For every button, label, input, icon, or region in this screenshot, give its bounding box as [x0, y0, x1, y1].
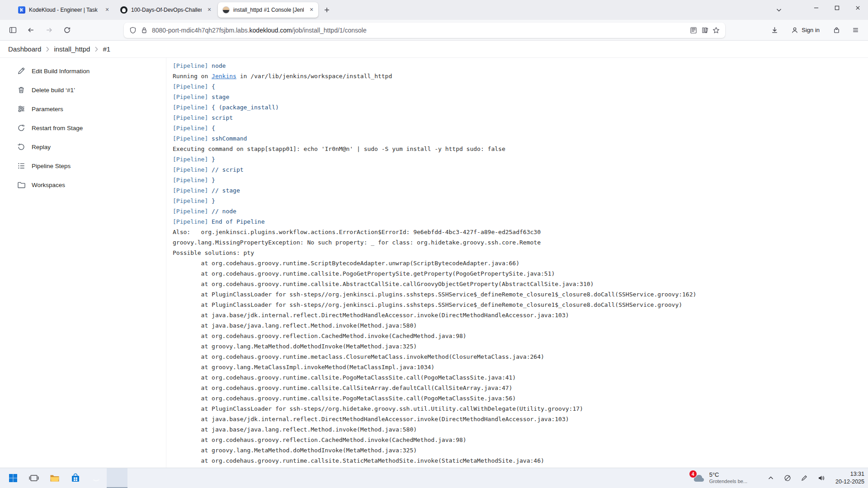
forward-icon — [45, 26, 53, 34]
tab-kodekloud[interactable]: KodeKloud - Engineer | Task × — [14, 2, 114, 18]
tab-close-icon[interactable]: × — [103, 6, 111, 14]
console-line: [Pipeline] sshCommand — [173, 133, 868, 144]
breadcrumb-item[interactable]: #1 — [103, 45, 110, 53]
explorer-icon — [49, 473, 60, 483]
close-icon — [855, 5, 860, 10]
console-line: Running on Jenkins in /var/lib/jenkins/w… — [173, 71, 868, 81]
jenkins-favicon-icon — [222, 6, 230, 14]
taskbar-firefox-button[interactable] — [107, 468, 127, 488]
network-icon — [784, 474, 791, 482]
url-text: 8080-port-mdic4h7qh27fsjbm.labs.kodeklou… — [152, 27, 367, 34]
console-line: at org.codehaus.groovy.reflection.Cached… — [173, 331, 868, 341]
sidebar-menu: Edit Build Information Delete build ‘#1’… — [0, 61, 166, 194]
taskbar-taskview-button[interactable] — [24, 468, 44, 488]
taskbar-edge-button[interactable] — [86, 468, 107, 488]
pen-settings-button[interactable] — [799, 472, 809, 484]
console-line: at org.codehaus.groovy.runtime.callsite.… — [173, 393, 868, 404]
nav-right-buttons: Sign in — [767, 23, 863, 38]
url-bar[interactable]: 8080-port-mdic4h7qh27fsjbm.labs.kodeklou… — [124, 23, 725, 38]
sidebar-item-restart-from-stage[interactable]: Restart from Stage — [0, 118, 166, 137]
console-line: at java.base/jdk.internal.reflect.Direct… — [173, 414, 868, 424]
notification-badge: 4 — [689, 470, 697, 478]
params-icon — [17, 105, 25, 113]
lock-icon — [141, 27, 148, 34]
menu-button[interactable] — [848, 23, 863, 38]
library-button[interactable] — [701, 27, 708, 34]
sidebar-item-workspaces[interactable]: Workspaces — [0, 175, 166, 194]
console-line: at PluginClassLoader for ssh-steps//org.… — [173, 289, 868, 300]
extensions-icon — [833, 26, 840, 34]
console-line: at java.base/java.lang.reflect.Method.in… — [173, 424, 868, 435]
tab-title: KodeKloud - Engineer | Task — [29, 7, 99, 13]
list-all-tabs-button[interactable] — [772, 3, 786, 17]
trash-icon — [17, 86, 25, 94]
console-line: [Pipeline] stage — [173, 92, 868, 102]
volume-icon — [817, 474, 825, 482]
back-button[interactable] — [24, 23, 38, 38]
taskbar-start-button[interactable] — [3, 468, 24, 488]
reader-view-icon — [690, 27, 697, 34]
tab-github[interactable]: 100-Days-Of-DevOps-Challeng... × — [116, 2, 216, 18]
tab-close-icon[interactable]: × — [307, 6, 316, 14]
show-hidden-icons-button[interactable] — [766, 472, 776, 484]
maximize-button[interactable] — [826, 0, 847, 15]
downloads-button[interactable] — [767, 23, 782, 38]
account-icon — [791, 27, 798, 34]
new-tab-button[interactable] — [320, 3, 334, 17]
start-icon — [8, 473, 19, 483]
tab-close-icon[interactable]: × — [205, 6, 213, 14]
steps-icon — [17, 162, 25, 170]
console-line: [Pipeline] { — [173, 81, 868, 92]
tracking-protection-button[interactable] — [129, 27, 137, 34]
volume-button[interactable] — [816, 472, 826, 484]
url-domain: kodekloud.com — [250, 27, 292, 34]
console-line: at java.base/java.lang.reflect.Method.in… — [173, 320, 868, 331]
taskbar-store-button[interactable] — [65, 468, 86, 488]
sign-in-button[interactable]: Sign in — [786, 24, 825, 36]
reload-button[interactable] — [60, 23, 74, 38]
console-line: [Pipeline] // stage — [173, 185, 868, 196]
breadcrumb-segment: Dashboard — [8, 45, 49, 53]
tab-strip: KodeKloud - Engineer | Task × 100-Days-O… — [14, 0, 320, 20]
sidebar-item-edit-build-information[interactable]: Edit Build Information — [0, 61, 166, 80]
console-line: [Pipeline] } — [173, 196, 868, 206]
minimize-button[interactable] — [806, 0, 826, 15]
weather-widget[interactable]: 4 5°C Grotendeels be... — [693, 471, 747, 485]
console-line: [Pipeline] { — [173, 123, 868, 133]
network-status-button[interactable] — [783, 472, 793, 484]
tab-jenkins[interactable]: install_httpd #1 Console [Jenkin... × — [218, 2, 318, 18]
breadcrumb-item[interactable]: install_httpd — [54, 45, 90, 53]
tab-title: install_httpd #1 Console [Jenkin... — [233, 7, 304, 13]
console-line: Possible solutions: pty — [173, 248, 868, 258]
console-node-link[interactable]: Jenkins — [212, 73, 236, 80]
sidebar-item-parameters[interactable]: Parameters — [0, 99, 166, 118]
sidebar-item-pipeline-steps[interactable]: Pipeline Steps — [0, 156, 166, 175]
clock[interactable]: 13:31 20-12-2025 — [833, 472, 864, 484]
forward-button[interactable] — [42, 23, 56, 38]
console-output: [Pipeline] nodeRunning on Jenkins in /va… — [166, 58, 868, 468]
reader-view-button[interactable] — [690, 27, 697, 34]
console-line: [Pipeline] } — [173, 175, 868, 185]
desktop: KodeKloud - Engineer | Task × 100-Days-O… — [0, 0, 868, 488]
sidebar-item-replay[interactable]: Replay — [0, 137, 166, 156]
sidebar-item-delete-build[interactable]: Delete build ‘#1’ — [0, 80, 166, 99]
maximize-icon — [835, 5, 840, 10]
console-line: at org.codehaus.groovy.runtime.callsite.… — [173, 455, 868, 466]
console-line: [Pipeline] { (package_install) — [173, 102, 868, 113]
minimize-icon — [814, 5, 819, 10]
site-security-button[interactable] — [141, 27, 148, 34]
firefox-icon — [112, 473, 123, 483]
sidebar-toggle-button[interactable] — [5, 23, 20, 38]
window-controls — [806, 0, 868, 20]
restart-icon — [17, 124, 25, 132]
bookmark-star-button[interactable] — [712, 27, 720, 34]
clock-time: 13:31 — [835, 470, 864, 478]
console-line: at org.codehaus.groovy.runtime.callsite.… — [173, 383, 868, 393]
kodekloud-favicon-icon — [18, 6, 25, 14]
breadcrumb-item[interactable]: Dashboard — [8, 45, 41, 53]
close-window-button[interactable] — [847, 0, 868, 15]
taskbar-explorer-button[interactable] — [44, 468, 65, 488]
taskview-icon — [28, 473, 39, 483]
console-line: at PluginClassLoader for ssh-steps//org.… — [173, 300, 868, 310]
extensions-button[interactable] — [829, 23, 844, 38]
